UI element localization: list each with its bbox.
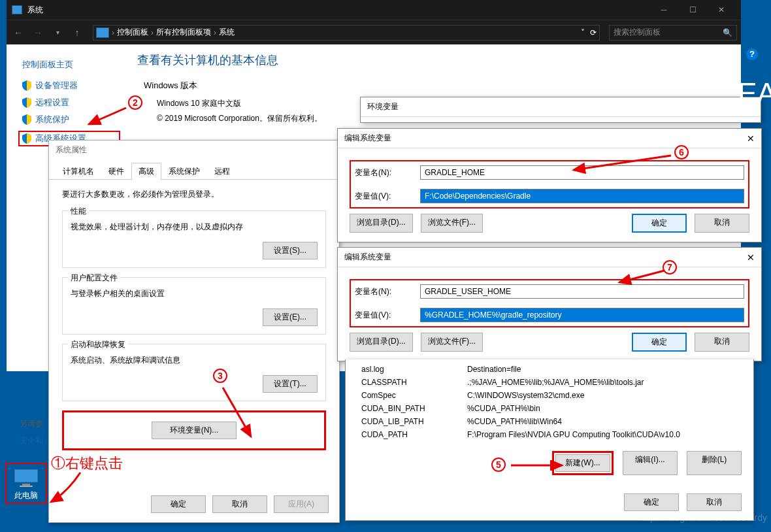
left-nav: 控制面板主页 设备管理器 远程设置 系统保护 高级系统设置 bbox=[7, 47, 131, 152]
search-icon: 🔍 bbox=[723, 28, 732, 37]
help-icon[interactable]: ? bbox=[746, 48, 758, 60]
forward-button[interactable]: → bbox=[30, 27, 46, 38]
settings-startup-button[interactable]: 设置(T)... bbox=[263, 375, 318, 393]
bc-0[interactable]: 控制面板 bbox=[117, 27, 148, 38]
bc-dropdown[interactable]: ˅ bbox=[581, 28, 585, 37]
varname-input[interactable] bbox=[420, 284, 744, 299]
settings-profile-button[interactable]: 设置(E)... bbox=[263, 308, 318, 326]
this-pc-label: 此电脑 bbox=[8, 490, 44, 501]
bc-2[interactable]: 系统 bbox=[219, 27, 235, 38]
varname-label: 变量名(N): bbox=[355, 167, 420, 178]
titlebar: 系统 ─ ☐ ✕ bbox=[7, 0, 741, 20]
env-variables-dialog: 环境变量 bbox=[360, 97, 761, 123]
monitor-icon bbox=[96, 27, 109, 38]
varvalue-input[interactable] bbox=[420, 308, 744, 322]
settings-perf-button[interactable]: 设置(S)... bbox=[263, 242, 318, 259]
new-var-button[interactable]: 新建(W)... bbox=[555, 454, 610, 472]
close-button[interactable]: ✕ bbox=[707, 0, 736, 20]
browse-dir-button[interactable]: 浏览目录(D)... bbox=[350, 214, 413, 233]
search-placeholder: 搜索控制面板 bbox=[614, 27, 661, 38]
dialog-title: 系统属性 bbox=[49, 141, 339, 159]
varvalue-label: 变量值(V): bbox=[355, 191, 420, 202]
back-button[interactable]: ← bbox=[10, 27, 26, 38]
ok-button[interactable]: 确定 bbox=[624, 493, 679, 511]
browse-dir-button[interactable]: 浏览目录(D)... bbox=[350, 333, 413, 352]
shield-icon bbox=[22, 80, 31, 91]
table-row: asl.logDestination=file bbox=[359, 363, 740, 375]
ok-button[interactable]: 确定 bbox=[632, 214, 687, 233]
see-also-label: 另请参 bbox=[20, 418, 43, 429]
bc-refresh[interactable]: ⟳ bbox=[590, 28, 597, 37]
nav-header[interactable]: 控制面板主页 bbox=[22, 59, 120, 71]
env-button-highlight: 环境变量(N)... bbox=[62, 410, 326, 450]
cancel-button[interactable]: 取消 bbox=[695, 333, 749, 352]
edit-sysvar-dialog-2: 编辑系统变量✕ 变量名(N): 变量值(V): 浏览目录(D)... 浏览文件(… bbox=[337, 247, 762, 361]
system-icon bbox=[12, 5, 22, 14]
edit-var-button[interactable]: 编辑(I)... bbox=[623, 451, 678, 475]
group-userprofile: 用户配置文件 与登录帐户相关的桌面设置 设置(E)... bbox=[62, 277, 326, 335]
table-row: CUDA_LIB_PATH%CUDA_PATH%\lib\Win64 bbox=[359, 416, 740, 427]
search-input[interactable]: 搜索控制面板 🔍 bbox=[609, 25, 737, 41]
ok-button[interactable]: 确定 bbox=[632, 333, 687, 352]
sysvar-list: asl.logDestination=file CLASSPATH.;%JAVA… bbox=[345, 359, 754, 521]
ea-text: EA bbox=[738, 77, 771, 110]
system-main: 查看有关计算机的基本信息 Windows 版本 Windows 10 家庭中文版… bbox=[137, 52, 322, 124]
table-row: CLASSPATH.;%JAVA_HOME%\lib;%JAVA_HOME%\l… bbox=[359, 376, 740, 388]
cancel-button[interactable]: 取消 bbox=[695, 214, 749, 233]
cancel-button[interactable]: 取消 bbox=[212, 495, 267, 513]
svg-rect-2 bbox=[20, 486, 33, 487]
delete-var-button[interactable]: 删除(L) bbox=[687, 451, 742, 475]
watermark: https://blog.csdn.net/JikeStardy bbox=[640, 512, 767, 523]
table-row: ComSpecC:\WINDOWS\system32\cmd.exe bbox=[359, 390, 740, 401]
group-startup: 启动和故障恢复 系统启动、系统故障和调试信息 设置(T)... bbox=[62, 344, 326, 401]
browse-file-button[interactable]: 浏览文件(F)... bbox=[421, 214, 483, 233]
tabs: 计算机名 硬件 高级 系统保护 远程 bbox=[49, 163, 339, 180]
windows-edition-label: Windows 版本 bbox=[144, 80, 322, 91]
shield-icon bbox=[22, 133, 31, 144]
close-icon[interactable]: ✕ bbox=[747, 252, 755, 263]
table-row: CUDA_PATHF:\Program Files\NVDIA GPU Comp… bbox=[359, 429, 740, 441]
tab-computername[interactable]: 计算机名 bbox=[56, 163, 101, 180]
svg-rect-0 bbox=[14, 469, 38, 482]
shield-icon bbox=[22, 97, 31, 108]
apply-button[interactable]: 应用(A) bbox=[274, 495, 329, 513]
recent-button[interactable]: ▾ bbox=[50, 29, 65, 36]
bc-1[interactable]: 所有控制面板项 bbox=[156, 27, 211, 38]
edit-sysvar-dialog-1: 编辑系统变量✕ 变量名(N): 变量值(V): 浏览目录(D)... 浏览文件(… bbox=[337, 128, 762, 242]
minimize-button[interactable]: ─ bbox=[649, 0, 678, 20]
table-row: CUDA_BIN_PATH%CUDA_PATH%\bin bbox=[359, 403, 740, 414]
sidebar-item-device-manager[interactable]: 设备管理器 bbox=[22, 80, 120, 91]
security-link[interactable]: 安全和 bbox=[20, 435, 43, 446]
maximize-button[interactable]: ☐ bbox=[678, 0, 707, 20]
this-pc-icon[interactable]: 此电脑 bbox=[5, 463, 47, 504]
toolbar: ← → ▾ ↑ › 控制面板› 所有控制面板项› 系统 ˅⟳ 搜索控制面板 🔍 bbox=[7, 20, 741, 44]
cancel-button[interactable]: 取消 bbox=[687, 493, 742, 511]
ok-button[interactable]: 确定 bbox=[151, 495, 206, 513]
windows-version: Windows 10 家庭中文版 bbox=[157, 98, 322, 109]
group-performance: 性能 视觉效果，处理器计划，内存使用，以及虚拟内存 设置(S)... bbox=[62, 210, 326, 268]
computer-icon bbox=[13, 468, 39, 488]
tab-advanced[interactable]: 高级 bbox=[131, 163, 161, 180]
admin-note: 要进行大多数更改，你必须作为管理员登录。 bbox=[62, 189, 326, 200]
sysvar-table[interactable]: asl.logDestination=file CLASSPATH.;%JAVA… bbox=[357, 362, 742, 442]
varvalue-input[interactable] bbox=[420, 189, 744, 203]
close-icon[interactable]: ✕ bbox=[747, 133, 755, 144]
sidebar-item-remote[interactable]: 远程设置 bbox=[22, 97, 120, 108]
copyright: © 2019 Microsoft Corporation。保留所有权利。 bbox=[157, 113, 322, 124]
env-dialog-title: 环境变量 bbox=[367, 101, 399, 112]
page-title: 查看有关计算机的基本信息 bbox=[137, 52, 322, 68]
varname-input[interactable] bbox=[420, 165, 744, 180]
window-title: 系统 bbox=[27, 5, 43, 16]
environment-variables-button[interactable]: 环境变量(N)... bbox=[152, 422, 237, 439]
up-button[interactable]: ↑ bbox=[69, 27, 85, 38]
tab-hardware[interactable]: 硬件 bbox=[101, 163, 131, 180]
sidebar-item-protection[interactable]: 系统保护 bbox=[22, 114, 120, 125]
system-window: 系统 ─ ☐ ✕ ← → ▾ ↑ › 控制面板› 所有控制面板项› 系统 ˅⟳ … bbox=[7, 0, 741, 47]
breadcrumb[interactable]: › 控制面板› 所有控制面板项› 系统 ˅⟳ bbox=[93, 25, 600, 41]
svg-rect-1 bbox=[22, 484, 30, 486]
tab-protection[interactable]: 系统保护 bbox=[161, 163, 207, 180]
annotation-1: ①右键点击 bbox=[51, 454, 123, 473]
shield-icon bbox=[22, 114, 31, 125]
browse-file-button[interactable]: 浏览文件(F)... bbox=[421, 333, 483, 352]
tab-remote[interactable]: 远程 bbox=[207, 163, 237, 180]
